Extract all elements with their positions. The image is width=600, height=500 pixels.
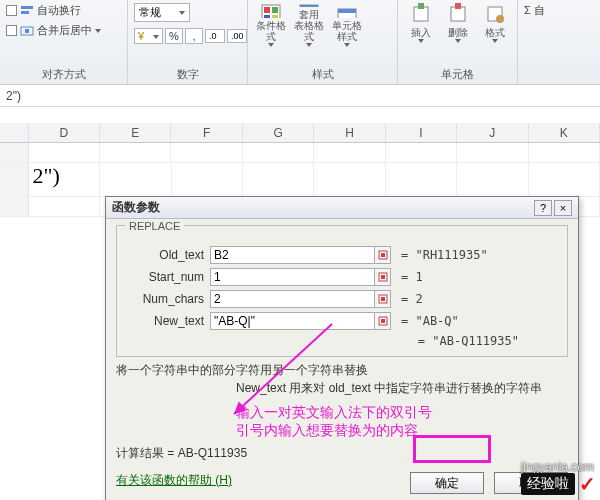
delete-label: 删除 <box>448 27 468 38</box>
insert-cell-btn[interactable]: 插入 <box>404 3 437 47</box>
col-header[interactable]: D <box>29 123 100 142</box>
param-eval: = "RH111935" <box>391 248 488 262</box>
param-eval: = 2 <box>391 292 423 306</box>
check-icon: ✓ <box>579 472 596 496</box>
svg-rect-20 <box>451 7 465 21</box>
group-title-number: 数字 <box>134 65 241 82</box>
col-header[interactable]: J <box>457 123 528 142</box>
desc-param: New_text 用来对 old_text 中指定字符串进行替换的字符串 <box>116 379 568 397</box>
annotation-line: 输入一对英文输入法下的双引号 <box>236 403 568 421</box>
table-format-label: 套用 表格格式 <box>292 9 326 42</box>
old-text-input[interactable] <box>210 246 375 264</box>
result-value: AB-Q111935 <box>178 446 247 460</box>
checkbox-icon <box>6 5 17 16</box>
wrap-icon <box>20 5 34 17</box>
param-row-new-text: New_text = "AB-Q" <box>125 312 559 330</box>
formula-bar[interactable]: 2") <box>0 85 600 107</box>
start-num-input[interactable] <box>210 268 375 286</box>
delete-icon <box>447 3 469 25</box>
table-format-btn[interactable]: 套用 表格格式 <box>292 3 326 47</box>
number-format-value: 常规 <box>139 5 161 20</box>
calc-result: 计算结果 = AB-Q111935 <box>116 445 568 462</box>
param-eval: = 1 <box>391 270 423 284</box>
merge-icon <box>20 25 34 37</box>
annotation-text: 输入一对英文输入法下的双引号 引号内输入想要替换为的内容 <box>236 403 568 439</box>
col-header[interactable]: H <box>314 123 385 142</box>
insert-icon <box>410 3 432 25</box>
percent-btn[interactable]: % <box>165 28 183 44</box>
svg-rect-25 <box>381 253 385 257</box>
svg-rect-31 <box>381 319 385 323</box>
svg-rect-3 <box>25 29 29 33</box>
desc-main: 将一个字符串中的部分字符用另一个字符串替换 <box>116 361 568 379</box>
col-header[interactable]: G <box>243 123 314 142</box>
range-picker-button[interactable] <box>375 246 391 264</box>
param-row-start-num: Start_num = 1 <box>125 268 559 286</box>
checkbox-icon <box>6 25 17 36</box>
col-header[interactable]: I <box>386 123 457 142</box>
format-cell-btn[interactable]: 格式 <box>478 3 511 47</box>
svg-rect-8 <box>264 7 270 13</box>
autosum-btn[interactable]: Σ 自 <box>524 3 562 18</box>
svg-text:¥: ¥ <box>138 30 145 42</box>
new-text-input[interactable] <box>210 312 375 330</box>
param-label: Old_text <box>125 248 210 262</box>
range-picker-button[interactable] <box>375 312 391 330</box>
watermark: 经验啦 ✓ <box>521 472 596 496</box>
cells-group: 插入 删除 格式 单元格 <box>398 0 518 84</box>
chevron-down-icon <box>179 11 185 15</box>
function-arguments-dialog: 函数参数 ? × REPLACE Old_text = "RH111935" S… <box>105 196 579 500</box>
svg-rect-9 <box>272 7 278 13</box>
merge-label: 合并后居中 <box>37 23 92 38</box>
ok-button[interactable]: 确定 <box>410 472 484 494</box>
inc-decimal-btn[interactable]: .0 <box>205 29 225 43</box>
wrap-text-toggle[interactable]: 自动换行 <box>6 3 81 18</box>
param-label: New_text <box>125 314 210 328</box>
cond-format-label: 条件格式 <box>254 20 288 42</box>
svg-text:.00: .00 <box>231 31 243 41</box>
currency-btn[interactable]: ¥ <box>134 28 163 44</box>
param-label: Num_chars <box>125 292 210 306</box>
svg-text:.0: .0 <box>209 31 217 41</box>
wrap-label: 自动换行 <box>37 3 81 18</box>
formula-text: 2") <box>6 89 21 103</box>
dialog-titlebar[interactable]: 函数参数 ? × <box>106 197 578 219</box>
col-header[interactable]: E <box>100 123 171 142</box>
number-format-dropdown[interactable]: 常规 <box>134 3 190 22</box>
dec-decimal-btn[interactable]: .00 <box>227 29 247 43</box>
conditional-format-btn[interactable]: 条件格式 <box>254 3 288 47</box>
param-eval: = "AB-Q" <box>391 314 459 328</box>
insert-label: 插入 <box>411 27 431 38</box>
param-row-num-chars: Num_chars = 2 <box>125 290 559 308</box>
range-picker-button[interactable] <box>375 268 391 286</box>
editing-group: Σ 自 <box>518 0 568 84</box>
number-group: 常规 ¥ % , .0 .00 数字 <box>128 0 248 84</box>
table-icon <box>298 3 320 7</box>
corner-header[interactable] <box>0 123 29 142</box>
merge-center-toggle[interactable]: 合并后居中 <box>6 23 101 38</box>
range-picker-button[interactable] <box>375 290 391 308</box>
svg-rect-17 <box>338 9 356 13</box>
dialog-title: 函数参数 <box>112 199 532 216</box>
group-title-style: 样式 <box>254 65 391 82</box>
help-button[interactable]: ? <box>534 200 552 216</box>
svg-point-23 <box>496 15 504 23</box>
svg-rect-29 <box>381 297 385 301</box>
help-link[interactable]: 有关该函数的帮助 (H) <box>116 472 232 489</box>
active-cell[interactable]: 2") <box>29 163 101 197</box>
close-button[interactable]: × <box>554 200 572 216</box>
function-description: 将一个字符串中的部分字符用另一个字符串替换 New_text 用来对 old_t… <box>116 361 568 397</box>
svg-rect-19 <box>418 3 424 9</box>
delete-cell-btn[interactable]: 删除 <box>441 3 474 47</box>
comma-btn[interactable]: , <box>185 28 203 44</box>
function-name: REPLACE <box>125 220 184 232</box>
cell-style-icon <box>336 3 358 18</box>
col-header[interactable]: K <box>529 123 600 142</box>
col-header[interactable]: F <box>171 123 242 142</box>
cell-style-btn[interactable]: 单元格样式 <box>330 3 364 47</box>
svg-rect-1 <box>21 11 29 14</box>
chevron-down-icon <box>95 29 101 33</box>
svg-rect-27 <box>381 275 385 279</box>
watermark-brand: 经验啦 <box>521 473 575 495</box>
num-chars-input[interactable] <box>210 290 375 308</box>
